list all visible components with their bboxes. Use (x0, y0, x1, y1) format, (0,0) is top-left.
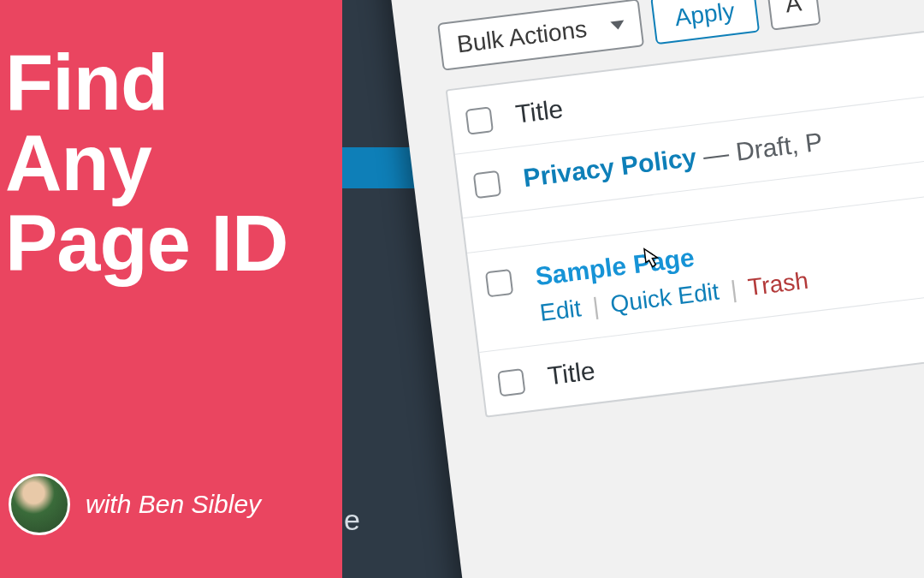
headline-line-1: Find (5, 43, 342, 123)
privacy-meta: — Draft, P (695, 128, 824, 171)
action-edit[interactable]: Edit (538, 295, 583, 326)
row-checkbox[interactable] (485, 269, 513, 297)
menu-fragment: e (344, 504, 360, 537)
promo-panel: Find Any Page ID with Ben Sibley (0, 0, 342, 578)
date-filter-select[interactable]: A (766, 0, 821, 31)
select-all-checkbox-bottom[interactable] (497, 368, 525, 396)
select-all-checkbox[interactable] (465, 106, 494, 134)
author-name: Ben Sibley (139, 490, 261, 518)
row-checkbox[interactable] (473, 170, 501, 199)
action-quick-edit[interactable]: Quick Edit (609, 278, 720, 318)
apply-button[interactable]: Apply (650, 0, 760, 45)
headline-line-3: Page ID (5, 204, 342, 284)
with-prefix: with (86, 490, 139, 518)
column-title-bottom[interactable]: Title (546, 356, 596, 391)
separator: | (591, 293, 601, 320)
extra-label: A (784, 0, 803, 18)
bulk-actions-label: Bulk Actions (455, 15, 588, 58)
pages-table: Title Privacy Policy — Draft, P Sample P… (446, 4, 924, 418)
avatar (9, 474, 70, 535)
separator: | (729, 276, 738, 303)
author-row: with Ben Sibley (9, 474, 261, 535)
author-text: with Ben Sibley (86, 490, 261, 519)
filter-all[interactable]: All (432, 0, 465, 3)
column-title[interactable]: Title (514, 94, 565, 129)
pages-admin-panel: All (2) | Published (1) | Draft (1) Bulk… (385, 0, 924, 578)
headline: Find Any Page ID (0, 43, 342, 283)
privacy-title-text: Privacy Policy (522, 143, 698, 193)
action-trash[interactable]: Trash (747, 267, 810, 301)
headline-line-2: Any (5, 123, 342, 204)
bulk-actions-select[interactable]: Bulk Actions (437, 0, 644, 71)
apply-label: Apply (673, 0, 736, 32)
chevron-down-icon (610, 21, 625, 31)
